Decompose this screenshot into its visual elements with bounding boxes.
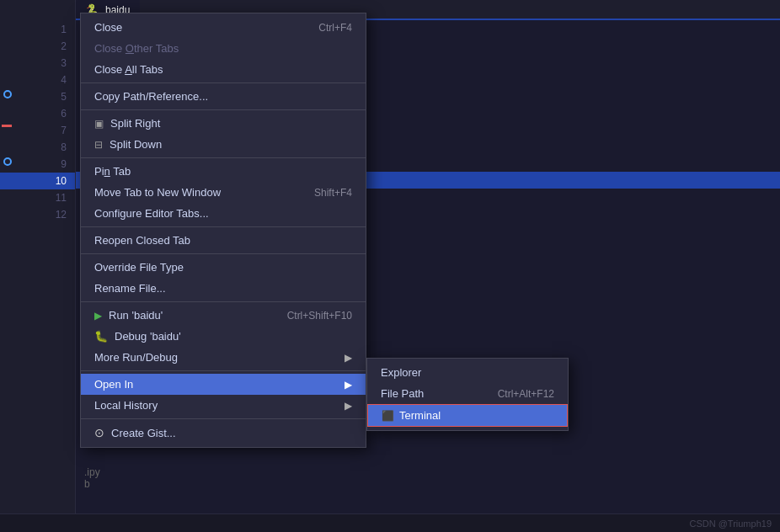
copy-path-label: Copy Path/Reference... xyxy=(94,90,208,103)
submenu-item-terminal[interactable]: ⬛ Terminal xyxy=(367,404,568,427)
menu-item-close-other: Close Other Tabs xyxy=(81,38,366,59)
line-10: 10 xyxy=(0,173,75,189)
divider-2 xyxy=(81,109,366,110)
line-11: 11 xyxy=(0,189,75,206)
split-down-label: Split Down xyxy=(110,138,162,151)
submenu-item-explorer[interactable]: Explorer xyxy=(367,362,568,383)
open-in-submenu: Explorer File Path Ctrl+Alt+F12 ⬛ Termin… xyxy=(366,358,569,431)
menu-item-configure-tabs[interactable]: Configure Editor Tabs... xyxy=(81,203,366,224)
submenu-item-file-path[interactable]: File Path Ctrl+Alt+F12 xyxy=(367,383,568,404)
menu-item-close[interactable]: Close Ctrl+F4 xyxy=(81,17,366,38)
menu-item-split-down[interactable]: ⊟ Split Down xyxy=(81,134,366,155)
rename-file-label: Rename File... xyxy=(94,282,166,295)
menu-item-reopen-closed[interactable]: Reopen Closed Tab xyxy=(81,230,366,251)
local-history-label: Local History xyxy=(94,399,158,412)
local-history-arrow: ▶ xyxy=(345,400,352,412)
debug-icon: 🐛 xyxy=(94,330,108,343)
line-3: 3 xyxy=(0,55,75,72)
debug-label: Debug 'baidu' xyxy=(115,330,181,343)
menu-item-open-in[interactable]: Open In ▶ xyxy=(81,374,366,395)
move-tab-label: Move Tab to New Window xyxy=(94,186,221,199)
create-gist-label: Create Gist... xyxy=(111,427,176,439)
more-run-label: More Run/Debug xyxy=(94,351,178,364)
reopen-closed-label: Reopen Closed Tab xyxy=(94,234,190,247)
open-in-label: Open In xyxy=(94,378,133,391)
menu-item-move-tab[interactable]: Move Tab to New Window Shift+F4 xyxy=(81,182,366,203)
menu-item-pin-tab[interactable]: Pin Tab xyxy=(81,161,366,182)
divider-7 xyxy=(81,370,366,371)
line-7: 7 xyxy=(0,122,75,139)
more-run-arrow: ▶ xyxy=(345,352,352,364)
divider-3 xyxy=(81,157,366,158)
move-tab-shortcut: Shift+F4 xyxy=(314,187,352,199)
terminal-label: Terminal xyxy=(399,409,441,422)
close-all-label: Close All Tabs xyxy=(94,63,163,76)
menu-item-close-all[interactable]: Close All Tabs xyxy=(81,59,366,80)
menu-item-split-right[interactable]: ▣ Split Right xyxy=(81,113,366,134)
line-12: 12 xyxy=(0,206,75,223)
github-icon: ⊙ xyxy=(94,426,104,439)
split-right-icon: ▣ xyxy=(94,118,104,130)
context-menu: Close Ctrl+F4 Close Other Tabs Close All… xyxy=(80,13,366,448)
override-type-label: Override File Type xyxy=(94,261,184,274)
close-other-label: Close Other Tabs xyxy=(94,42,179,55)
menu-item-rename-file[interactable]: Rename File... xyxy=(81,278,366,299)
divider-1 xyxy=(81,82,366,83)
line-6: 6 xyxy=(0,105,75,122)
menu-item-override-type[interactable]: Override File Type xyxy=(81,257,366,278)
close-shortcut: Ctrl+F4 xyxy=(318,22,352,34)
split-right-label: Split Right xyxy=(110,117,160,130)
menu-item-debug[interactable]: 🐛 Debug 'baidu' xyxy=(81,326,366,347)
run-shortcut: Ctrl+Shift+F10 xyxy=(287,310,352,322)
line-4: 4 xyxy=(0,72,75,88)
menu-item-copy-path[interactable]: Copy Path/Reference... xyxy=(81,86,366,107)
open-in-arrow: ▶ xyxy=(345,379,352,391)
menu-item-local-history[interactable]: Local History ▶ xyxy=(81,395,366,416)
menu-item-more-run[interactable]: More Run/Debug ▶ xyxy=(81,347,366,368)
split-down-icon: ⊟ xyxy=(94,139,103,151)
divider-6 xyxy=(81,301,366,302)
menu-item-create-gist[interactable]: ⊙ Create Gist... xyxy=(81,422,366,444)
line-9: 9 xyxy=(0,156,75,173)
run-label: Run 'baidu' xyxy=(109,309,163,322)
configure-tabs-label: Configure Editor Tabs... xyxy=(94,207,209,220)
line-2: 2 xyxy=(0,38,75,55)
terminal-icon: ⬛ xyxy=(382,410,394,422)
run-icon: ▶ xyxy=(94,310,102,322)
divider-5 xyxy=(81,253,366,254)
line-5: 5 xyxy=(0,88,75,105)
status-bar: CSDN @Triumph19 xyxy=(0,513,780,532)
file-label: .ipyb xyxy=(84,466,100,490)
pin-tab-label: Pin Tab xyxy=(94,165,131,178)
file-path-label: File Path xyxy=(381,387,424,400)
watermark-text: CSDN @Triumph19 xyxy=(689,519,772,529)
line-numbers-panel: 1 2 3 4 5 6 7 8 9 10 11 12 xyxy=(0,0,76,532)
close-label: Close xyxy=(94,21,122,34)
divider-4 xyxy=(81,226,366,227)
menu-item-run[interactable]: ▶ Run 'baidu' Ctrl+Shift+F10 xyxy=(81,305,366,326)
divider-8 xyxy=(81,418,366,419)
line-8: 8 xyxy=(0,139,75,156)
file-path-shortcut: Ctrl+Alt+F12 xyxy=(498,388,554,400)
explorer-label: Explorer xyxy=(381,366,421,379)
line-1: 1 xyxy=(0,21,75,38)
